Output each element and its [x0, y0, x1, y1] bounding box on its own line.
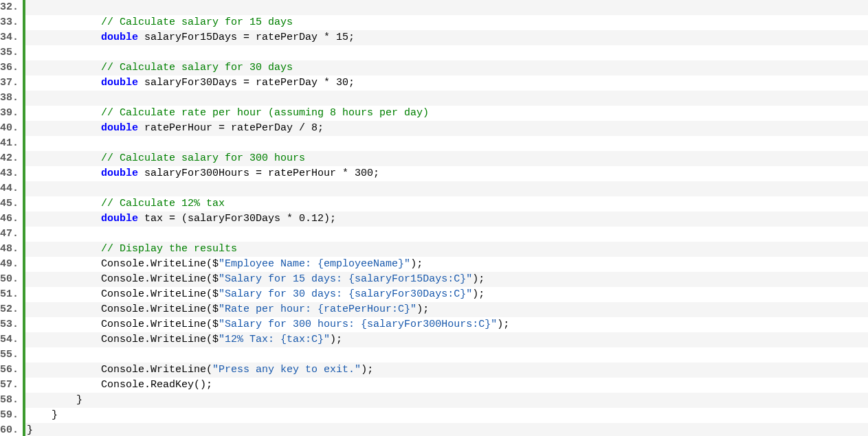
- line-number: 33.: [0, 15, 23, 30]
- code-line[interactable]: double salaryFor30Days = ratePerDay * 30…: [25, 76, 868, 91]
- token-keyword: double: [101, 77, 138, 89]
- line-number: 43.: [0, 166, 23, 181]
- token-plain: Console.ReadKey();: [101, 379, 212, 391]
- token-plain: }: [76, 394, 82, 406]
- token-string: "12% Tax: {tax:C}": [219, 334, 330, 345]
- token-plain: salaryFor30Days = ratePerDay * 30;: [138, 77, 355, 89]
- token-plain: ratePerHour = ratePerDay / 8;: [138, 122, 324, 134]
- token-comment: // Calculate salary for 300 hours: [101, 152, 305, 164]
- line-number: 56.: [0, 363, 23, 378]
- line-number: 38.: [0, 91, 23, 106]
- code-line[interactable]: // Calculate salary for 15 days: [25, 15, 868, 30]
- token-keyword: double: [101, 122, 138, 134]
- token-comment: // Calculate salary for 30 days: [101, 62, 293, 73]
- code-line[interactable]: // Display the results: [25, 242, 868, 257]
- code-line[interactable]: [25, 45, 868, 60]
- line-number-gutter: 32.33.34.35.36.37.38.39.40.41.42.43.44.4…: [0, 0, 25, 436]
- code-editor[interactable]: 32.33.34.35.36.37.38.39.40.41.42.43.44.4…: [0, 0, 868, 436]
- token-string: "Employee Name: {employeeName}": [219, 258, 410, 270]
- token-plain: salaryFor15Days = ratePerDay * 15;: [138, 32, 355, 43]
- line-number: 51.: [0, 287, 23, 302]
- code-line[interactable]: [25, 91, 868, 106]
- token-string: "Salary for 300 hours: {salaryFor300Hour…: [219, 319, 497, 330]
- token-keyword: double: [101, 213, 138, 225]
- line-number: 52.: [0, 302, 23, 317]
- token-plain: );: [416, 303, 429, 315]
- code-line[interactable]: }: [25, 408, 868, 423]
- token-plain: tax = (salaryFor30Days * 0.12);: [138, 213, 336, 225]
- code-line[interactable]: }: [25, 393, 868, 408]
- code-line[interactable]: [25, 0, 868, 15]
- code-line[interactable]: // Calculate salary for 300 hours: [25, 151, 868, 166]
- line-number: 35.: [0, 45, 23, 60]
- token-string: "Press any key to exit.": [212, 364, 361, 376]
- code-line[interactable]: double salaryFor15Days = ratePerDay * 15…: [25, 30, 868, 45]
- code-area[interactable]: // Calculate salary for 15 days double s…: [25, 0, 868, 436]
- token-plain: );: [330, 334, 342, 345]
- line-number: 53.: [0, 317, 23, 332]
- code-line[interactable]: // Calculate salary for 30 days: [25, 60, 868, 76]
- token-plain: Console.WriteLine($: [101, 258, 219, 270]
- token-plain: }: [27, 424, 33, 436]
- line-number: 58.: [0, 393, 23, 408]
- code-line[interactable]: Console.WriteLine($"12% Tax: {tax:C}");: [25, 332, 868, 347]
- code-line[interactable]: [25, 181, 868, 196]
- token-plain: );: [472, 273, 485, 285]
- token-string: "Salary for 15 days: {salaryFor15Days:C}…: [219, 273, 472, 285]
- line-number: 36.: [0, 60, 23, 76]
- code-line[interactable]: [25, 227, 868, 242]
- code-line[interactable]: Console.WriteLine($"Employee Name: {empl…: [25, 257, 868, 272]
- token-plain: Console.WriteLine(: [101, 364, 212, 376]
- code-line[interactable]: [25, 347, 868, 363]
- line-number: 42.: [0, 151, 23, 166]
- code-line[interactable]: Console.WriteLine($"Salary for 30 days: …: [25, 287, 868, 302]
- token-keyword: double: [101, 168, 138, 179]
- line-number: 60.: [0, 423, 23, 436]
- line-number: 41.: [0, 136, 23, 151]
- line-number: 32.: [0, 0, 23, 15]
- line-number: 45.: [0, 196, 23, 211]
- token-plain: }: [52, 409, 58, 421]
- code-line[interactable]: Console.WriteLine("Press any key to exit…: [25, 363, 868, 378]
- code-line[interactable]: double salaryFor300Hours = ratePerHour *…: [25, 166, 868, 181]
- line-number: 37.: [0, 76, 23, 91]
- line-number: 34.: [0, 30, 23, 45]
- token-plain: );: [472, 288, 485, 300]
- token-comment: // Calculate salary for 15 days: [101, 16, 293, 28]
- token-keyword: double: [101, 32, 138, 43]
- line-number: 48.: [0, 242, 23, 257]
- token-plain: Console.WriteLine($: [101, 273, 219, 285]
- code-line[interactable]: Console.WriteLine($"Salary for 300 hours…: [25, 317, 868, 332]
- code-line[interactable]: // Calculate 12% tax: [25, 196, 868, 211]
- token-plain: );: [410, 258, 423, 270]
- token-plain: );: [361, 364, 373, 376]
- code-line[interactable]: Console.WriteLine($"Rate per hour: {rate…: [25, 302, 868, 317]
- line-number: 59.: [0, 408, 23, 423]
- line-number: 54.: [0, 332, 23, 347]
- line-number: 49.: [0, 257, 23, 272]
- line-number: 40.: [0, 121, 23, 136]
- code-line[interactable]: Console.ReadKey();: [25, 378, 868, 393]
- code-line[interactable]: [25, 136, 868, 151]
- line-number: 46.: [0, 211, 23, 227]
- token-plain: );: [497, 319, 509, 330]
- line-number: 50.: [0, 272, 23, 287]
- token-plain: Console.WriteLine($: [101, 303, 219, 315]
- token-string: "Rate per hour: {ratePerHour:C}": [219, 303, 416, 315]
- line-number: 39.: [0, 106, 23, 121]
- code-line[interactable]: double tax = (salaryFor30Days * 0.12);: [25, 211, 868, 227]
- code-line[interactable]: Console.WriteLine($"Salary for 15 days: …: [25, 272, 868, 287]
- token-comment: // Calculate rate per hour (assuming 8 h…: [101, 107, 429, 119]
- token-plain: Console.WriteLine($: [101, 319, 219, 330]
- token-string: "Salary for 30 days: {salaryFor30Days:C}…: [219, 288, 472, 300]
- token-comment: // Calculate 12% tax: [101, 198, 225, 209]
- code-line[interactable]: double ratePerHour = ratePerDay / 8;: [25, 121, 868, 136]
- line-number: 44.: [0, 181, 23, 196]
- line-number: 47.: [0, 227, 23, 242]
- line-number: 57.: [0, 378, 23, 393]
- token-plain: salaryFor300Hours = ratePerHour * 300;: [138, 168, 379, 179]
- code-line[interactable]: // Calculate rate per hour (assuming 8 h…: [25, 106, 868, 121]
- token-plain: Console.WriteLine($: [101, 288, 219, 300]
- code-line[interactable]: }: [25, 423, 868, 436]
- token-plain: Console.WriteLine($: [101, 334, 219, 345]
